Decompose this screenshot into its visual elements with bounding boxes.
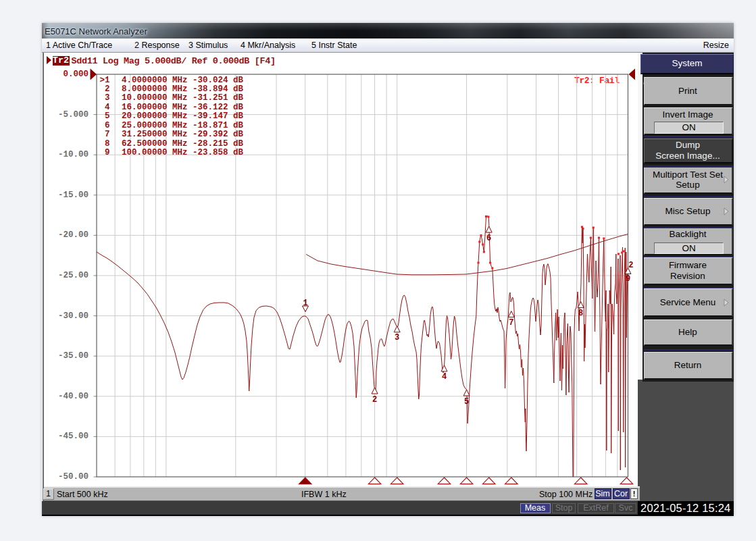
svg-text:9: 9 <box>626 274 630 284</box>
svg-text:3: 3 <box>395 333 399 342</box>
svg-text:6: 6 <box>486 234 491 243</box>
svg-text:4: 4 <box>442 372 447 382</box>
svg-text:7: 7 <box>509 318 513 328</box>
svg-text:8: 8 <box>578 309 583 318</box>
svg-text:2: 2 <box>372 395 377 405</box>
svg-text:1: 1 <box>303 299 307 308</box>
svg-text:2: 2 <box>628 261 633 270</box>
svg-text:5: 5 <box>464 397 469 407</box>
